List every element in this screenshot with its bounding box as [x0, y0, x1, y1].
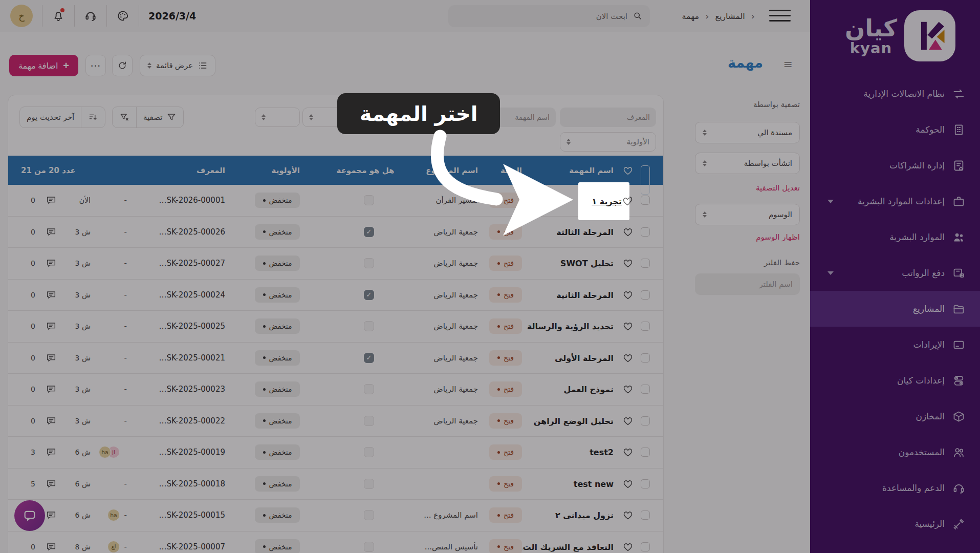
highlighted-task-target[interactable]: تجربة ١	[578, 182, 629, 220]
task-list-page: { "brand": { "logo_text_ar": "كيان", "lo…	[0, 0, 980, 553]
tour-arrow-icon	[417, 129, 586, 239]
tour-tooltip: اختر المهمة	[337, 93, 500, 134]
highlighted-task-name[interactable]: تجربة ١	[592, 197, 622, 206]
heart-icon	[622, 196, 629, 207]
tour-tooltip-text: اختر المهمة	[360, 102, 478, 125]
dim-overlay	[0, 0, 980, 553]
